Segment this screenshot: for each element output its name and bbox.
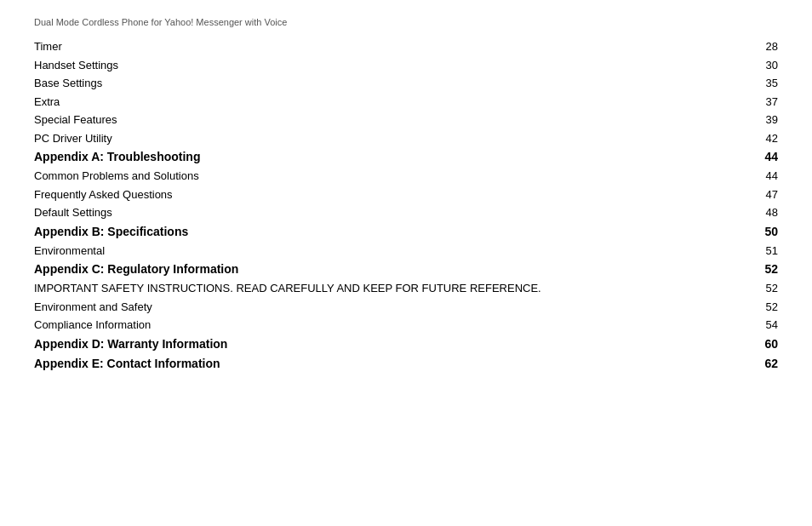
toc-page-environmental: 51 xyxy=(744,242,778,260)
toc-row-appD: Appendix D: Warranty Information60 xyxy=(34,334,778,354)
toc-label-environmental: Environmental xyxy=(34,242,744,260)
toc-row-extra: Extra37 xyxy=(34,93,778,111)
toc-label-appA: Appendix A: Troubleshooting xyxy=(34,147,744,167)
toc-table: Timer28Handset Settings30Base Settings35… xyxy=(34,37,778,374)
toc-label-faq: Frequently Asked Questions xyxy=(34,186,744,204)
toc-label-base: Base Settings xyxy=(34,74,744,93)
toc-row-appE: Appendix E: Contact Information62 xyxy=(34,354,778,374)
toc-label-important: IMPORTANT SAFETY INSTRUCTIONS. READ CARE… xyxy=(34,279,744,298)
toc-label-special: Special Features xyxy=(34,111,744,129)
toc-label-compliance: Compliance Information xyxy=(34,316,744,334)
toc-page-special: 39 xyxy=(744,111,778,129)
toc-row-environmental: Environmental51 xyxy=(34,242,778,260)
toc-page-handset: 30 xyxy=(744,56,778,75)
toc-label-appD: Appendix D: Warranty Information xyxy=(34,334,744,354)
toc-row-default: Default Settings48 xyxy=(34,203,778,222)
toc-label-common: Common Problems and Solutions xyxy=(34,167,744,186)
toc-page-pcdriver: 42 xyxy=(744,129,778,148)
toc-label-timer: Timer xyxy=(34,37,744,56)
toc-row-pcdriver: PC Driver Utility42 xyxy=(34,129,778,148)
toc-page-appA: 44 xyxy=(744,147,778,167)
toc-label-extra: Extra xyxy=(34,93,744,111)
toc-page-timer: 28 xyxy=(744,37,778,56)
toc-row-base: Base Settings35 xyxy=(34,74,778,93)
toc-page-appD: 60 xyxy=(744,334,778,354)
toc-row-envsafety: Environment and Safety52 xyxy=(34,298,778,317)
toc-label-pcdriver: PC Driver Utility xyxy=(34,129,744,148)
toc-page-default: 48 xyxy=(744,203,778,222)
toc-page-extra: 37 xyxy=(744,93,778,111)
doc-title: Dual Mode Cordless Phone for Yahoo! Mess… xyxy=(34,17,778,27)
toc-row-special: Special Features39 xyxy=(34,111,778,129)
toc-row-handset: Handset Settings30 xyxy=(34,56,778,75)
toc-row-common: Common Problems and Solutions44 xyxy=(34,167,778,186)
toc-label-handset: Handset Settings xyxy=(34,56,744,75)
toc-page-appC: 52 xyxy=(744,260,778,279)
toc-row-timer: Timer28 xyxy=(34,37,778,56)
toc-row-appC: Appendix C: Regulatory Information52 xyxy=(34,260,778,279)
toc-label-appE: Appendix E: Contact Information xyxy=(34,354,744,374)
toc-row-important: IMPORTANT SAFETY INSTRUCTIONS. READ CARE… xyxy=(34,279,778,298)
toc-row-faq: Frequently Asked Questions47 xyxy=(34,186,778,204)
toc-label-appC: Appendix C: Regulatory Information xyxy=(34,260,744,279)
toc-row-compliance: Compliance Information54 xyxy=(34,316,778,334)
toc-label-default: Default Settings xyxy=(34,203,744,222)
toc-page-base: 35 xyxy=(744,74,778,93)
toc-row-appA: Appendix A: Troubleshooting44 xyxy=(34,147,778,167)
toc-row-appB: Appendix B: Specifications50 xyxy=(34,222,778,242)
toc-page-common: 44 xyxy=(744,167,778,186)
toc-page-appB: 50 xyxy=(744,222,778,242)
toc-label-envsafety: Environment and Safety xyxy=(34,298,744,317)
toc-page-important: 52 xyxy=(744,279,778,298)
toc-page-compliance: 54 xyxy=(744,316,778,334)
toc-page-appE: 62 xyxy=(744,354,778,374)
toc-label-appB: Appendix B: Specifications xyxy=(34,222,744,242)
toc-page-envsafety: 52 xyxy=(744,298,778,317)
toc-page-faq: 47 xyxy=(744,186,778,204)
